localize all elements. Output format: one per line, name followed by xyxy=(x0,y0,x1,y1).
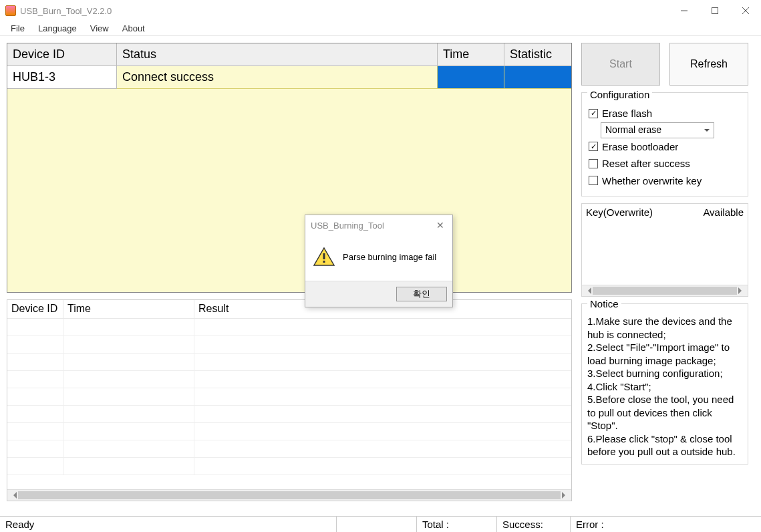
menu-file[interactable]: File xyxy=(4,22,31,35)
status-ready: Ready xyxy=(0,517,336,532)
notice-legend: Notice xyxy=(587,297,621,311)
key-available-label: Available xyxy=(703,207,744,218)
device-table: Device ID Status Time Statistic HUB1-3 C… xyxy=(7,43,572,293)
titlebar: USB_Burn_Tool_V2.2.0 xyxy=(0,0,761,21)
horizontal-scrollbar[interactable] xyxy=(7,489,571,501)
notice-group: Notice 1.Make sure the devices and the h… xyxy=(581,303,748,464)
table-row[interactable] xyxy=(7,336,571,354)
status-success: Success: xyxy=(496,517,570,532)
warning-icon xyxy=(313,247,335,266)
overwrite-key-label: Whether overwrite key xyxy=(602,172,702,190)
result-table: Device ID Time Result xyxy=(7,299,572,501)
dialog-close-icon[interactable]: ✕ xyxy=(434,220,447,231)
statusbar: Ready Total : Success: Error : xyxy=(0,516,761,532)
error-dialog: USB_Burning_Tool ✕ Parse burning image f… xyxy=(305,215,453,307)
dialog-footer: 확인 xyxy=(305,281,452,307)
col-status[interactable]: Status xyxy=(117,43,438,66)
status-error: Error : xyxy=(570,517,749,532)
erase-mode-select[interactable]: Normal erase xyxy=(601,122,714,138)
cell-time xyxy=(438,66,504,89)
device-table-header: Device ID Status Time Statistic xyxy=(7,43,571,66)
key-overwrite-box: Key(Overwrite) Available xyxy=(581,203,748,297)
col-time-2[interactable]: Time xyxy=(63,300,194,318)
device-table-body xyxy=(7,89,571,292)
col-device-id-2[interactable]: Device ID xyxy=(7,300,63,318)
table-row[interactable] xyxy=(7,354,571,371)
overwrite-key-checkbox[interactable] xyxy=(589,176,598,185)
menubar: File Language View About xyxy=(0,21,761,36)
window-buttons xyxy=(669,0,761,21)
table-row[interactable] xyxy=(7,458,571,475)
notice-line-6: 6.Please click "stop" & close tool befor… xyxy=(587,432,742,458)
col-device-id[interactable]: Device ID xyxy=(7,43,117,66)
notice-line-1: 1.Make sure the devices and the hub is c… xyxy=(587,315,742,341)
configuration-group: Configuration ✓ Erase flash Normal erase… xyxy=(581,92,748,196)
key-horizontal-scrollbar[interactable] xyxy=(582,285,748,296)
erase-bootloader-checkbox[interactable]: ✓ xyxy=(589,142,598,151)
result-table-header: Device ID Time Result xyxy=(7,300,571,319)
cell-status: Connect success xyxy=(117,66,438,89)
minimize-button[interactable] xyxy=(669,0,700,21)
status-total: Total : xyxy=(416,517,496,532)
left-column: Device ID Status Time Statistic HUB1-3 C… xyxy=(7,43,572,501)
col-statistic[interactable]: Statistic xyxy=(504,43,571,66)
cell-statistic xyxy=(504,66,571,89)
start-button[interactable]: Start xyxy=(581,43,660,86)
dialog-title: USB_Burning_Tool xyxy=(311,221,434,231)
table-row[interactable] xyxy=(7,423,571,440)
menu-about[interactable]: About xyxy=(116,22,152,35)
status-progress xyxy=(336,517,416,532)
table-row[interactable] xyxy=(7,388,571,406)
right-column: Start Refresh Configuration ✓ Erase flas… xyxy=(581,43,748,501)
menu-view[interactable]: View xyxy=(84,22,116,35)
reset-after-success-checkbox[interactable] xyxy=(589,159,598,168)
close-button[interactable] xyxy=(730,0,761,21)
key-box-body xyxy=(582,221,748,285)
result-table-body xyxy=(7,319,571,489)
dialog-body: Parse burning image fail xyxy=(305,235,452,281)
dialog-titlebar[interactable]: USB_Burning_Tool ✕ xyxy=(305,215,452,235)
action-buttons: Start Refresh xyxy=(581,43,748,86)
table-row[interactable] xyxy=(7,440,571,458)
menu-language[interactable]: Language xyxy=(31,22,84,35)
dialog-message: Parse burning image fail xyxy=(343,252,436,262)
maximize-button[interactable] xyxy=(700,0,730,21)
table-row[interactable]: HUB1-3 Connect success xyxy=(7,66,571,89)
svg-rect-6 xyxy=(323,261,325,263)
svg-rect-5 xyxy=(323,253,325,259)
window-title: USB_Burn_Tool_V2.2.0 xyxy=(20,6,669,16)
key-overwrite-label: Key(Overwrite) xyxy=(586,207,703,218)
erase-flash-label: Erase flash xyxy=(602,105,652,122)
erase-flash-checkbox[interactable]: ✓ xyxy=(589,109,598,118)
col-time[interactable]: Time xyxy=(438,43,504,66)
dialog-ok-button[interactable]: 확인 xyxy=(396,287,447,301)
table-row[interactable] xyxy=(7,371,571,388)
svg-rect-1 xyxy=(712,8,718,14)
key-box-header: Key(Overwrite) Available xyxy=(582,204,748,221)
table-row[interactable] xyxy=(7,406,571,423)
notice-line-2: 2.Select "File"-"Import image" to load b… xyxy=(587,341,742,367)
erase-mode-value: Normal erase xyxy=(605,122,661,138)
refresh-button[interactable]: Refresh xyxy=(669,43,748,86)
notice-line-3: 3.Select burning configuration; xyxy=(587,367,742,380)
erase-bootloader-label: Erase bootloader xyxy=(602,138,678,156)
notice-line-5: 5.Before close the tool, you need to pul… xyxy=(587,393,742,432)
cell-device-id: HUB1-3 xyxy=(7,66,117,89)
table-row[interactable] xyxy=(7,319,571,336)
app-icon xyxy=(5,5,16,16)
notice-line-4: 4.Click "Start"; xyxy=(587,380,742,394)
configuration-legend: Configuration xyxy=(587,86,652,104)
reset-after-success-label: Reset after success xyxy=(602,155,690,172)
